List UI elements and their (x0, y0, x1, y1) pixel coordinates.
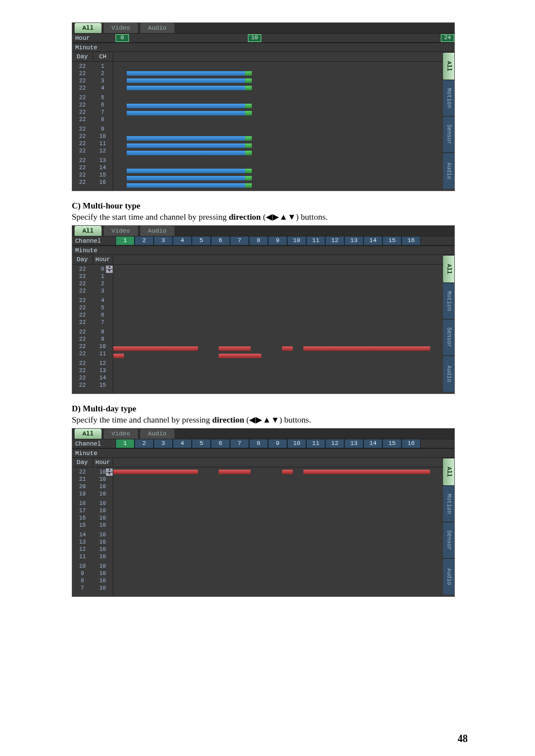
recording-segment[interactable] (245, 143, 252, 148)
channel-cell[interactable]: 7 (230, 439, 249, 448)
tab-audio[interactable]: Audio (140, 23, 174, 33)
channel-cell[interactable]: 9 (268, 236, 287, 245)
channel-cell[interactable]: 2 (135, 236, 154, 245)
tab-video[interactable]: Video (104, 226, 138, 236)
hour-marker-24[interactable]: 24 (441, 34, 454, 42)
recording-segment[interactable] (127, 104, 246, 108)
side-tab-all[interactable]: All (443, 255, 454, 282)
recording-segment[interactable] (127, 151, 246, 155)
channel-cell[interactable]: 4 (173, 236, 192, 245)
recording-segment[interactable] (303, 346, 430, 351)
channel-cell[interactable]: 4 (173, 439, 192, 448)
channel-cell[interactable]: 16 (402, 236, 421, 245)
tab-all[interactable]: All (75, 23, 102, 33)
recording-segment[interactable] (127, 183, 246, 188)
channel-cell[interactable]: 15 (382, 439, 402, 448)
list-row: 229 (72, 126, 113, 133)
list-row: 1210 (72, 546, 113, 553)
recording-segment[interactable] (245, 136, 252, 141)
channel-cell[interactable]: 11 (306, 236, 325, 245)
channel-cell[interactable]: 1 (116, 439, 135, 448)
recording-segment[interactable] (282, 470, 293, 474)
timeline-grid[interactable] (113, 255, 443, 393)
minute-label: Minute (72, 247, 116, 254)
recording-segment[interactable] (127, 71, 246, 76)
side-tab-motion[interactable]: Motion (443, 80, 454, 116)
timeline-row (113, 338, 443, 345)
channel-cell[interactable]: 8 (249, 439, 268, 448)
recording-segment[interactable] (219, 354, 261, 358)
channel-cell[interactable]: 1 (116, 236, 135, 245)
side-tab-audio[interactable]: Audio (443, 355, 454, 392)
recording-segment[interactable] (127, 136, 246, 141)
channel-cell[interactable]: 10 (287, 236, 306, 245)
recording-segment[interactable] (219, 346, 251, 351)
side-tab-motion[interactable]: Motion (443, 282, 454, 319)
hour-marker-0[interactable]: 0 (116, 34, 129, 42)
channel-cell[interactable]: 9 (268, 439, 287, 448)
hour-marker-10[interactable]: 10 (248, 34, 261, 42)
recording-segment[interactable] (113, 470, 198, 474)
recording-segment[interactable] (219, 470, 251, 474)
channel-cell[interactable]: 11 (306, 439, 325, 448)
spinner-down-icon[interactable]: ▼ (106, 472, 113, 476)
recording-segment[interactable] (245, 176, 252, 180)
channel-cell[interactable]: 6 (211, 439, 230, 448)
recording-segment[interactable] (127, 78, 246, 83)
tab-all[interactable]: All (75, 226, 102, 236)
side-tab-sensor[interactable]: Sensor (443, 522, 454, 558)
channel-cell[interactable]: 5 (192, 236, 211, 245)
side-tab-all[interactable]: All (443, 52, 454, 80)
channel-cell[interactable]: 16 (402, 439, 421, 448)
recording-segment[interactable] (127, 176, 246, 180)
side-tab-sensor[interactable]: Sensor (443, 319, 454, 355)
timeline-grid[interactable] (113, 458, 443, 596)
channel-cell[interactable]: 2 (135, 439, 154, 448)
tab-audio[interactable]: Audio (140, 429, 174, 439)
side-tab-sensor[interactable]: Sensor (443, 116, 454, 152)
channel-cell[interactable]: 7 (230, 236, 249, 245)
channel-cell[interactable]: 13 (344, 439, 363, 448)
channel-cell[interactable]: 14 (363, 439, 382, 448)
recording-segment[interactable] (113, 354, 124, 358)
side-tab-all[interactable]: All (443, 458, 454, 485)
left-column: Day CH 221222223224225226227228229221022… (72, 52, 113, 191)
recording-segment[interactable] (245, 86, 252, 90)
recording-segment[interactable] (127, 143, 246, 148)
channel-cell[interactable]: 6 (211, 236, 230, 245)
recording-segment[interactable] (245, 71, 252, 76)
recording-segment[interactable] (245, 104, 252, 108)
side-tab-audio[interactable]: Audio (443, 558, 454, 595)
recording-segment[interactable] (245, 111, 252, 115)
tab-all[interactable]: All (75, 429, 102, 439)
channel-cell[interactable]: 12 (325, 439, 344, 448)
channel-cell[interactable]: 3 (154, 236, 173, 245)
tab-video[interactable]: Video (104, 429, 138, 439)
side-tab-motion[interactable]: Motion (443, 485, 454, 522)
recording-segment[interactable] (113, 346, 198, 351)
timeline-grid[interactable] (113, 52, 443, 191)
channel-cell[interactable]: 12 (325, 236, 344, 245)
recording-segment[interactable] (127, 111, 246, 115)
recording-segment[interactable] (282, 346, 293, 351)
channel-cell[interactable]: 5 (192, 439, 211, 448)
timeline-row (113, 516, 443, 523)
channel-cell[interactable]: 3 (154, 439, 173, 448)
channel-label: Channel (72, 238, 116, 244)
channel-cell[interactable]: 10 (287, 439, 306, 448)
tab-video[interactable]: Video (104, 23, 138, 33)
channel-cell[interactable]: 15 (382, 236, 402, 245)
recording-segment[interactable] (245, 183, 252, 188)
recording-segment[interactable] (303, 470, 430, 474)
recording-segment[interactable] (245, 78, 252, 83)
tab-audio[interactable]: Audio (140, 226, 174, 236)
channel-cell[interactable]: 8 (249, 236, 268, 245)
recording-segment[interactable] (245, 169, 252, 173)
recording-segment[interactable] (127, 86, 246, 90)
channel-cell[interactable]: 14 (363, 236, 382, 245)
recording-segment[interactable] (127, 169, 246, 173)
recording-segment[interactable] (245, 151, 252, 155)
spinner-down-icon[interactable]: ▼ (106, 270, 113, 273)
channel-cell[interactable]: 13 (344, 236, 363, 245)
side-tab-audio[interactable]: Audio (443, 152, 454, 189)
